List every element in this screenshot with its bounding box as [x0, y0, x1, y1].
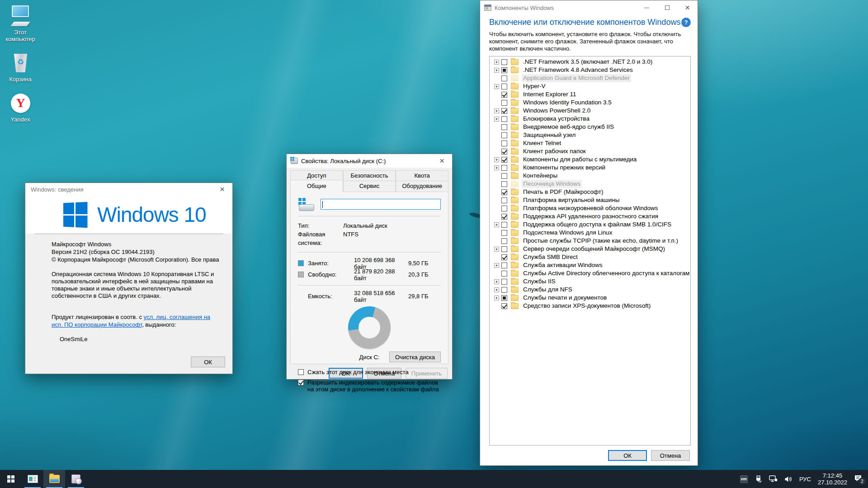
feature-checkbox[interactable] [501, 206, 507, 211]
feature-item[interactable]: Сервер очереди сообщений Майкрософт (MSM… [491, 245, 690, 253]
close-icon[interactable]: × [677, 0, 698, 15]
feature-item[interactable]: Клиент рабочих папок [491, 147, 690, 155]
expand-icon[interactable] [494, 279, 499, 284]
usb-tray-icon[interactable] [755, 475, 762, 483]
start-button[interactable] [0, 470, 22, 488]
desktop-icon-yandex[interactable]: Yandex [3, 93, 38, 123]
feature-checkbox[interactable] [501, 116, 507, 122]
help-icon[interactable]: ? [681, 18, 691, 27]
feature-item[interactable]: Платформа виртуальной машины [491, 196, 690, 204]
maximize-icon[interactable] [657, 0, 677, 15]
expand-icon[interactable] [494, 263, 499, 268]
feature-item[interactable]: Windows Identity Foundation 3.5 [491, 99, 690, 107]
feature-checkbox[interactable] [501, 246, 507, 252]
feature-item[interactable]: Компоненты для работы с мультимедиа [491, 155, 690, 164]
feature-checkbox[interactable] [501, 108, 507, 114]
volume-tray-icon[interactable] [784, 476, 793, 483]
feature-checkbox[interactable] [501, 214, 507, 220]
expand-icon[interactable] [494, 296, 499, 300]
close-icon[interactable]: × [212, 183, 232, 196]
feature-item[interactable]: Простые службы TCPIP (такие как echo, da… [491, 237, 690, 245]
expand-icon[interactable] [494, 287, 499, 292]
feature-checkbox[interactable] [501, 92, 507, 98]
expand-icon[interactable] [494, 108, 499, 113]
feature-item[interactable]: Контейнеры [491, 172, 690, 180]
tab-access[interactable]: Доступ [290, 170, 343, 181]
feature-item[interactable]: Поддержка общего доступа к файлам SMB 1.… [491, 221, 690, 229]
expand-icon[interactable] [494, 60, 499, 65]
checkbox[interactable] [298, 380, 304, 385]
expand-icon[interactable] [494, 117, 499, 122]
feature-item[interactable]: Службы печати и документов [491, 294, 690, 302]
tab-tools[interactable]: Сервис [343, 181, 396, 192]
tab-general[interactable]: Общие [290, 180, 343, 192]
feature-item[interactable]: .NET Framework 3.5 (включает .NET 2.0 и … [491, 58, 690, 66]
feature-checkbox[interactable] [501, 303, 507, 309]
feature-item[interactable]: Служба активации Windows [491, 261, 690, 269]
feature-item[interactable]: Внедряемое веб-ядро служб IIS [491, 123, 690, 131]
feature-checkbox[interactable] [501, 287, 507, 293]
ok-button[interactable]: ОК [608, 450, 647, 461]
expand-icon[interactable] [494, 222, 499, 227]
feature-item[interactable]: Средство записи XPS-документов (Microsof… [491, 302, 690, 310]
vmware-tray-icon[interactable]: vm [740, 475, 748, 483]
feature-item[interactable]: Hyper-V [491, 82, 690, 90]
expand-icon[interactable] [494, 68, 499, 73]
feature-item[interactable]: Клиент Telnet [491, 139, 690, 147]
volume-label-input[interactable] [321, 199, 441, 210]
feature-item[interactable]: Windows PowerShell 2.0 [491, 107, 690, 115]
features-titlebar[interactable]: Компоненты Windows × [480, 0, 698, 15]
feature-checkbox[interactable] [501, 254, 507, 260]
feature-item[interactable]: Application Guard в Microsoft Defender [491, 74, 690, 82]
expand-icon[interactable] [494, 247, 499, 252]
feature-item[interactable]: Служба SMB Direct [491, 253, 690, 261]
action-center-button[interactable]: 2 [854, 474, 863, 483]
feature-checkbox[interactable] [501, 100, 507, 106]
index-checkbox-row[interactable]: Разрешить индексировать содержимое файло… [298, 379, 441, 393]
about-titlebar[interactable]: Windows: сведения × [25, 183, 232, 196]
feature-checkbox[interactable] [501, 173, 507, 179]
taskbar-app-about[interactable] [22, 470, 43, 488]
feature-checkbox[interactable] [501, 75, 507, 81]
feature-item[interactable]: .NET Framework 4.8 Advanced Services [491, 66, 690, 74]
taskbar-app-features[interactable] [65, 470, 87, 488]
close-icon[interactable]: × [432, 154, 452, 168]
feature-item[interactable]: Платформа низкоуровневой оболочки Window… [491, 204, 690, 212]
network-tray-icon[interactable] [769, 475, 778, 483]
feature-item[interactable]: Защищенный узел [491, 131, 690, 139]
tab-security[interactable]: Безопасность [343, 170, 396, 181]
feature-checkbox[interactable] [501, 230, 507, 236]
clock[interactable]: 7:12:45 27.10.2022 [818, 472, 847, 486]
feature-checkbox[interactable] [501, 238, 507, 244]
disk-cleanup-button[interactable]: Очистка диска [389, 352, 441, 362]
feature-item[interactable]: Блокировка устройства [491, 115, 690, 123]
feature-item[interactable]: Internet Explorer 11 [491, 90, 690, 99]
feature-checkbox[interactable] [501, 132, 507, 138]
feature-checkbox[interactable] [501, 84, 507, 89]
feature-checkbox[interactable] [501, 197, 507, 203]
feature-item[interactable]: Печать в PDF (Майкрософт) [491, 188, 690, 196]
feature-checkbox[interactable] [501, 295, 507, 301]
tab-hardware[interactable]: Оборудование [396, 181, 448, 192]
feature-checkbox[interactable] [501, 263, 507, 268]
feature-checkbox[interactable] [501, 124, 507, 130]
feature-item[interactable]: Службы IIS [491, 277, 690, 286]
cancel-button[interactable]: Отмена [651, 450, 690, 461]
tab-quota[interactable]: Квота [396, 170, 448, 181]
feature-checkbox[interactable] [501, 67, 507, 73]
feature-checkbox[interactable] [501, 149, 507, 155]
properties-titlebar[interactable]: Свойства: Локальный диск (C:) × [287, 154, 452, 168]
checkbox[interactable] [298, 369, 304, 375]
feature-checkbox[interactable] [501, 279, 507, 285]
compress-checkbox-row[interactable]: Сжать этот диск для экономии места [298, 369, 441, 375]
feature-checkbox[interactable] [501, 271, 507, 277]
expand-icon[interactable] [494, 165, 499, 170]
desktop-icon-recycle-bin[interactable]: Корзина [3, 52, 38, 83]
feature-checkbox[interactable] [501, 165, 507, 171]
feature-item[interactable]: Песочница Windows [491, 180, 690, 188]
feature-item[interactable]: Службы Active Directory облегченного дос… [491, 269, 690, 277]
feature-checkbox[interactable] [501, 189, 507, 195]
feature-checkbox[interactable] [501, 141, 507, 146]
ok-button[interactable]: ОК [191, 357, 225, 367]
feature-checkbox[interactable] [501, 59, 507, 65]
